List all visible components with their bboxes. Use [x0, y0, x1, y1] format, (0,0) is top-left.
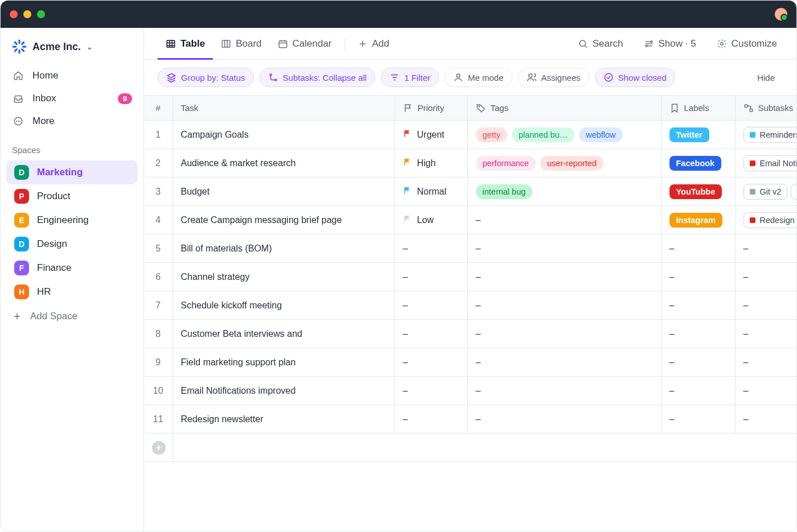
nav-more[interactable]: More: [1, 110, 143, 133]
subtask-cell[interactable]: –: [735, 405, 796, 434]
label-cell[interactable]: –: [661, 320, 735, 348]
me-mode-chip[interactable]: Me mode: [445, 68, 512, 87]
subtask-cell[interactable]: –: [735, 291, 796, 320]
nav-inbox[interactable]: Inbox 9: [1, 87, 143, 110]
tags-cell[interactable]: –: [467, 405, 661, 434]
col-header-num[interactable]: #: [144, 96, 172, 121]
minimize-window-button[interactable]: [23, 10, 31, 18]
priority-cell[interactable]: –: [395, 405, 467, 434]
maximize-window-button[interactable]: [37, 10, 45, 18]
subtask-cell[interactable]: –: [735, 234, 796, 263]
tag-chip[interactable]: webflow: [579, 127, 622, 142]
label-cell[interactable]: –: [661, 291, 735, 320]
col-header-priority[interactable]: Priority: [395, 96, 467, 121]
tags-cell[interactable]: –: [467, 377, 661, 405]
subtask-cell[interactable]: Email Notificat: [735, 149, 796, 178]
tag-chip[interactable]: getty: [476, 127, 507, 142]
col-header-labels[interactable]: Labels: [661, 96, 735, 121]
label-cell[interactable]: Facebook: [661, 149, 735, 178]
table-row[interactable]: 6Channel strategy––––: [144, 263, 796, 291]
tags-cell[interactable]: performanceuser-reported: [467, 149, 661, 178]
hide-filters-button[interactable]: Hide: [749, 69, 783, 86]
task-name-cell[interactable]: Audience & market research: [172, 149, 395, 178]
show-button[interactable]: Show · 5: [638, 35, 702, 53]
subtask-cell[interactable]: Redesign Chro: [735, 206, 796, 234]
tags-cell[interactable]: –: [467, 291, 661, 320]
subtask-cell[interactable]: –: [735, 263, 796, 291]
filter-chip[interactable]: 1 Filter: [381, 68, 439, 87]
priority-cell[interactable]: –: [395, 291, 467, 320]
subtask-chip[interactable]: Reminders for: [743, 127, 797, 143]
label-cell[interactable]: –: [661, 405, 735, 434]
table-row[interactable]: 8Customer Beta interviews and––––: [144, 320, 796, 348]
tags-cell[interactable]: –: [467, 263, 661, 291]
subtask-chip[interactable]: Redesign Chro: [743, 212, 797, 228]
label-cell[interactable]: YouTubbe: [661, 178, 735, 206]
col-header-task[interactable]: Task: [172, 96, 395, 121]
label-cell[interactable]: –: [661, 234, 735, 263]
label-chip[interactable]: YouTubbe: [669, 184, 722, 199]
col-header-subtasks[interactable]: Subtasks: [735, 96, 796, 121]
priority-cell[interactable]: Urgent: [395, 121, 467, 149]
customize-button[interactable]: Customize: [711, 35, 783, 53]
workspace-switcher[interactable]: Acme Inc. ⌄: [1, 34, 143, 64]
tag-chip[interactable]: performance: [476, 156, 536, 171]
table-scroll[interactable]: # Task Priority Tags Labels Subtasks 1Ca…: [144, 95, 796, 531]
tags-cell[interactable]: gettyplanned bu…webflow: [467, 121, 661, 149]
label-cell[interactable]: –: [661, 348, 735, 377]
view-tab-calendar[interactable]: Calendar: [270, 28, 340, 59]
task-name-cell[interactable]: Channel strategy: [172, 263, 395, 291]
tags-cell[interactable]: –: [467, 320, 661, 348]
table-row[interactable]: 7Schedule kickoff meeting––––: [144, 291, 796, 320]
add-view-button[interactable]: Add: [350, 28, 397, 59]
task-name-cell[interactable]: Campaign Goals: [172, 121, 395, 149]
sidebar-space-engineering[interactable]: EEngineering: [6, 208, 138, 232]
tag-chip[interactable]: internal bug: [476, 184, 533, 199]
task-name-cell[interactable]: Create Campaign messaging brief page: [172, 206, 395, 234]
task-name-cell[interactable]: Bill of materials (BOM): [172, 234, 395, 263]
task-name-cell[interactable]: Redesign newsletter: [172, 405, 395, 434]
subtask-cell[interactable]: Reminders for: [735, 121, 796, 149]
subtask-cell[interactable]: –: [735, 377, 796, 405]
table-row[interactable]: 10Email Notifications improved––––: [144, 377, 796, 405]
task-name-cell[interactable]: Customer Beta interviews and: [172, 320, 395, 348]
table-row[interactable]: 9Field marketing support plan––––: [144, 348, 796, 377]
priority-cell[interactable]: –: [395, 348, 467, 377]
sidebar-space-design[interactable]: DDesign: [6, 232, 138, 256]
subtask-cell[interactable]: –: [735, 348, 796, 377]
task-name-cell[interactable]: Email Notifications improved: [172, 377, 395, 405]
add-space-button[interactable]: Add Space: [1, 304, 143, 329]
nav-home[interactable]: Home: [1, 64, 143, 87]
priority-cell[interactable]: –: [395, 320, 467, 348]
col-header-tags[interactable]: Tags: [467, 96, 661, 121]
priority-cell[interactable]: Low: [395, 206, 467, 234]
priority-cell[interactable]: –: [395, 377, 467, 405]
assignees-chip[interactable]: Assignees: [518, 68, 589, 87]
label-chip[interactable]: Twitter: [669, 127, 709, 142]
table-row[interactable]: 5Bill of materials (BOM)––––: [144, 234, 796, 263]
view-tab-board[interactable]: Board: [213, 28, 269, 59]
search-button[interactable]: Search: [572, 35, 629, 53]
subtask-cell[interactable]: Git v2+: [735, 178, 796, 206]
task-name-cell[interactable]: Budget: [172, 178, 395, 206]
sidebar-space-marketing[interactable]: DMarketing: [6, 160, 138, 184]
table-row[interactable]: 1Campaign GoalsUrgentgettyplanned bu…web…: [144, 121, 796, 149]
priority-cell[interactable]: –: [395, 263, 467, 291]
add-task-row[interactable]: +: [144, 434, 796, 462]
tags-cell[interactable]: internal bug: [467, 178, 661, 206]
tags-cell[interactable]: –: [467, 234, 661, 263]
close-window-button[interactable]: [10, 10, 18, 18]
task-name-cell[interactable]: Field marketing support plan: [172, 348, 395, 377]
sidebar-space-finance[interactable]: FFinance: [6, 256, 138, 280]
add-subtask-button[interactable]: +: [791, 184, 796, 200]
view-tab-table[interactable]: Table: [158, 28, 213, 59]
tag-chip[interactable]: planned bu…: [512, 127, 574, 142]
show-closed-chip[interactable]: Show closed: [595, 68, 675, 87]
label-chip[interactable]: Facebook: [669, 156, 722, 171]
subtask-cell[interactable]: –: [735, 320, 796, 348]
label-chip[interactable]: Instagram: [669, 213, 722, 228]
priority-cell[interactable]: –: [395, 234, 467, 263]
table-row[interactable]: 4Create Campaign messaging brief pageLow…: [144, 206, 796, 234]
table-row[interactable]: 3BudgetNormalinternal bugYouTubbeGit v2+: [144, 178, 796, 206]
tag-chip[interactable]: user-reported: [540, 156, 603, 171]
